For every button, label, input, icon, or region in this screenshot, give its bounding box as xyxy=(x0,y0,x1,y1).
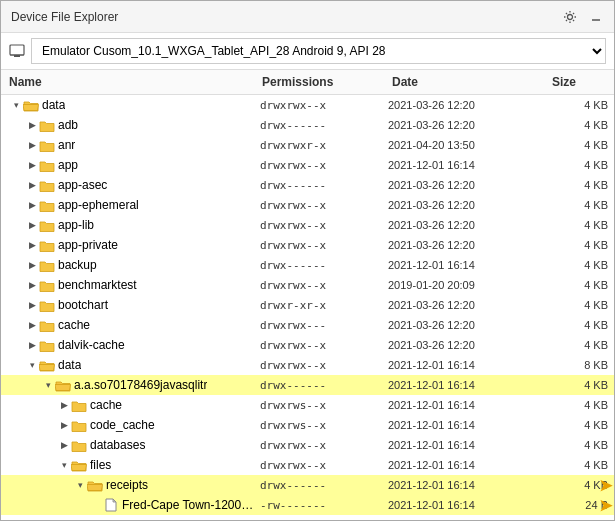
folder-icon xyxy=(39,199,55,212)
list-item[interactable]: ▶ backup drwx------ 2021-12-01 16:14 4 K… xyxy=(1,255,614,275)
expand-icon[interactable]: ▶ xyxy=(25,298,39,312)
minimize-icon[interactable] xyxy=(588,9,604,25)
file-name-cell: ▶ cache xyxy=(1,398,254,412)
permissions-cell: drwxrwx--x xyxy=(254,359,384,372)
list-item[interactable]: Fred-Cape Town-1200-1400 -rw------- 2021… xyxy=(1,495,614,515)
svg-point-0 xyxy=(568,14,573,19)
file-name-cell: ▾ a.a.so70178469javasqlitr xyxy=(1,378,254,392)
collapse-icon[interactable]: ▾ xyxy=(41,378,55,392)
expand-icon[interactable]: ▶ xyxy=(25,158,39,172)
list-item[interactable]: ▶ app drwxrwx--x 2021-12-01 16:14 4 KB xyxy=(1,155,614,175)
list-item[interactable]: ▶ benchmarktest drwxrwx--x 2019-01-20 20… xyxy=(1,275,614,295)
item-label: anr xyxy=(58,138,75,152)
device-file-explorer-window: Device File Explorer Emulator Cusom_10.1… xyxy=(0,0,615,521)
date-cell: 2021-12-01 16:14 xyxy=(384,159,544,171)
permissions-cell: drwxrwx--x xyxy=(254,439,384,452)
svg-rect-4 xyxy=(14,55,20,57)
date-cell: 2021-03-26 12:20 xyxy=(384,519,544,520)
size-cell: 4 KB xyxy=(544,139,614,151)
list-item[interactable]: ▶ adb drwx------ 2021-03-26 12:20 4 KB xyxy=(1,115,614,135)
expand-icon[interactable]: ▶ xyxy=(57,398,71,412)
expand-icon[interactable]: ▶ xyxy=(25,218,39,232)
expand-icon[interactable]: ▶ xyxy=(25,198,39,212)
expand-icon[interactable]: ▶ xyxy=(25,278,39,292)
size-cell: 4 KB xyxy=(544,439,614,451)
size-cell: 8 KB xyxy=(544,359,614,371)
expand-icon[interactable]: ▶ xyxy=(25,338,39,352)
list-item[interactable]: ▶ app-lib drwxrwx--x 2021-03-26 12:20 4 … xyxy=(1,215,614,235)
device-selector[interactable]: Emulator Cusom_10.1_WXGA_Tablet_API_28 A… xyxy=(31,38,606,64)
file-name-cell: ▶ app xyxy=(1,158,254,172)
permissions-cell: drwxrwx--x xyxy=(254,279,384,292)
list-item[interactable]: ▶ android drwx------ 2021-03-26 12:20 4 … xyxy=(1,515,614,520)
col-size: Size xyxy=(544,73,614,91)
item-label: backup xyxy=(58,258,97,272)
file-name-cell: ▶ app-ephemeral xyxy=(1,198,254,212)
permissions-cell: drwxrwx--x xyxy=(254,99,384,112)
file-list[interactable]: ▾ data drwxrwx--x 2021-03-26 12:20 4 KB … xyxy=(1,95,614,520)
item-label: Fred-Cape Town-1200-1400 xyxy=(122,498,254,512)
list-item[interactable]: ▶ cache drwxrws--x 2021-12-01 16:14 4 KB xyxy=(1,395,614,415)
list-item[interactable]: ▾ data drwxrwx--x 2021-03-26 12:20 4 KB xyxy=(1,95,614,115)
list-item[interactable]: ▶ databases drwxrwx--x 2021-12-01 16:14 … xyxy=(1,435,614,455)
col-date: Date xyxy=(384,73,544,91)
expand-icon[interactable]: ▶ xyxy=(57,418,71,432)
permissions-cell: -rw------- xyxy=(254,499,384,512)
item-label: code_cache xyxy=(90,418,155,432)
expand-icon[interactable]: ▶ xyxy=(25,118,39,132)
date-cell: 2021-12-01 16:14 xyxy=(384,439,544,451)
folder-icon xyxy=(71,419,87,432)
list-item[interactable]: ▶ code_cache drwxrws--x 2021-12-01 16:14… xyxy=(1,415,614,435)
list-item[interactable]: ▶ anr drwxrwxr-x 2021-04-20 13:50 4 KB xyxy=(1,135,614,155)
permissions-cell: drwxrwx--x xyxy=(254,459,384,472)
folder-icon xyxy=(39,359,55,372)
permissions-cell: drwxrwx--x xyxy=(254,199,384,212)
list-item[interactable]: ▾ receipts drwx------ 2021-12-01 16:14 4… xyxy=(1,475,614,495)
list-item[interactable]: ▶ bootchart drwxr-xr-x 2021-03-26 12:20 … xyxy=(1,295,614,315)
file-name-cell: ▾ files xyxy=(1,458,254,472)
expand-icon[interactable]: ▶ xyxy=(25,178,39,192)
list-item[interactable]: ▾ a.a.so70178469javasqlitr drwx------ 20… xyxy=(1,375,614,395)
size-cell: 4 KB xyxy=(544,239,614,251)
list-item[interactable]: ▶ app-ephemeral drwxrwx--x 2021-03-26 12… xyxy=(1,195,614,215)
title-bar-icons xyxy=(562,9,604,25)
date-cell: 2021-03-26 12:20 xyxy=(384,319,544,331)
expand-icon[interactable]: ▶ xyxy=(25,238,39,252)
date-cell: 2021-12-01 16:14 xyxy=(384,479,544,491)
size-cell: 4 KB xyxy=(544,459,614,471)
permissions-cell: drwxr-xr-x xyxy=(254,299,384,312)
collapse-icon[interactable]: ▾ xyxy=(57,458,71,472)
size-cell: 4 KB xyxy=(544,119,614,131)
item-label: adb xyxy=(58,118,78,132)
expand-icon[interactable]: ▶ xyxy=(25,318,39,332)
collapse-icon[interactable]: ▾ xyxy=(9,98,23,112)
collapse-icon[interactable]: ▾ xyxy=(73,478,87,492)
expand-icon[interactable]: ▶ xyxy=(25,138,39,152)
settings-icon[interactable] xyxy=(562,9,578,25)
window-title: Device File Explorer xyxy=(11,10,118,24)
item-label: bootchart xyxy=(58,298,108,312)
item-label: dalvik-cache xyxy=(58,338,125,352)
list-item[interactable]: ▶ app-asec drwx------ 2021-03-26 12:20 4… xyxy=(1,175,614,195)
item-label: app xyxy=(58,158,78,172)
list-item[interactable]: ▾ data drwxrwx--x 2021-12-01 16:14 8 KB xyxy=(1,355,614,375)
permissions-cell: drwxrws--x xyxy=(254,419,384,432)
list-item[interactable]: ▾ files drwxrwx--x 2021-12-01 16:14 4 KB xyxy=(1,455,614,475)
item-label: app-ephemeral xyxy=(58,198,139,212)
list-item[interactable]: ▶ cache drwxrwx--- 2021-03-26 12:20 4 KB xyxy=(1,315,614,335)
size-cell: 4 KB xyxy=(544,319,614,331)
folder-icon xyxy=(39,319,55,332)
col-permissions: Permissions xyxy=(254,73,384,91)
date-cell: 2021-12-01 16:14 xyxy=(384,419,544,431)
permissions-cell: drwxrwx--x xyxy=(254,239,384,252)
permissions-cell: drwx------ xyxy=(254,259,384,272)
expand-icon[interactable]: ▶ xyxy=(9,518,23,520)
expand-icon[interactable]: ▶ xyxy=(57,438,71,452)
expand-icon[interactable]: ▶ xyxy=(25,258,39,272)
list-item[interactable]: ▶ app-private drwxrwx--x 2021-03-26 12:2… xyxy=(1,235,614,255)
collapse-icon[interactable]: ▾ xyxy=(25,358,39,372)
list-item[interactable]: ▶ dalvik-cache drwxrwx--x 2021-03-26 12:… xyxy=(1,335,614,355)
date-cell: 2021-03-26 12:20 xyxy=(384,119,544,131)
item-label: files xyxy=(90,458,111,472)
size-cell: 4 KB xyxy=(544,339,614,351)
